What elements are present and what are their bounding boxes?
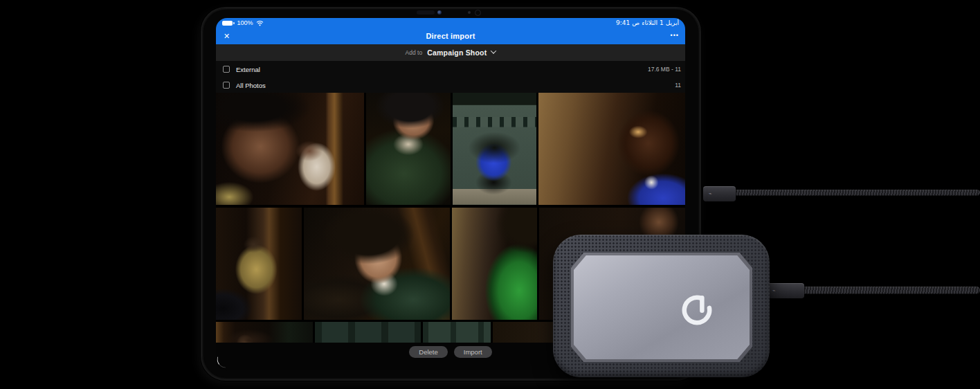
photo-thumbnail-r3c3[interactable] [423,322,491,343]
photo-thumbnail-r2c3[interactable] [452,208,537,320]
usb-c-cable-drive [796,287,980,294]
chevron-down-icon [491,48,496,53]
bezel-sensor-ring [475,10,481,16]
battery-icon [222,21,235,26]
status-datetime: 9:41صالثلاثاء1أبريل [616,18,679,28]
external-ssd-drive [553,235,770,377]
drive-face-plate [574,255,750,359]
photo-thumbnail-r3c2[interactable] [315,322,420,343]
battery-percent: 100% [237,18,253,28]
photo-thumbnail-r3c1[interactable] [216,322,313,343]
screen-corner-glint [216,356,226,368]
source-row-external[interactable]: External 17.6 MB - 11 [216,61,685,78]
checkbox-all-photos[interactable] [223,82,230,89]
source-label: All Photos [236,82,266,89]
more-menu-icon[interactable]: ••• [671,28,679,43]
scene: ⌁ ⌁ 100% [0,0,980,389]
status-bar: 100% 9:41صالثلاثاء1أبريل [216,18,685,28]
page-title: Direct import [216,28,685,44]
source-row-all-photos[interactable]: All Photos 11 [216,78,685,93]
add-to-bar[interactable]: Add to Campaign Shoot [216,44,685,61]
usb-c-connector-ipad: ⌁ [703,186,736,201]
checkbox-external[interactable] [223,66,230,73]
photo-thumbnail-r1c4[interactable] [538,93,685,205]
album-select[interactable]: Campaign Shoot [427,48,487,57]
usb-c-cable-top [730,190,980,196]
delete-button[interactable]: Delete [409,346,447,358]
front-sensor-pill [417,10,435,15]
photo-thumbnail-r2c1[interactable] [216,208,302,320]
front-camera-icon [437,10,442,15]
app-header: ✕ Direct import ••• [216,28,685,44]
g-drive-logo-icon [679,292,715,328]
source-meta: 11 [675,82,681,89]
add-to-label: Add to [406,49,423,56]
source-label: External [236,66,260,73]
thunderbolt-icon: ⌁ [709,191,711,197]
photo-thumbnail-r1c1[interactable] [216,93,364,205]
bezel-sensor-dot [468,11,471,14]
status-left: 100% [222,18,264,28]
wifi-icon [256,20,264,26]
import-button[interactable]: Import [454,346,492,358]
source-meta: 17.6 MB - 11 [648,66,681,73]
usb-c-connector-drive: ⌁ [767,283,804,298]
photo-thumbnail-r1c3[interactable] [453,93,536,205]
photo-thumbnail-r2c2[interactable] [304,208,449,320]
thunderbolt-icon: ⌁ [772,288,775,293]
photo-thumbnail-r1c2[interactable] [366,93,450,205]
grid-row-1 [216,93,685,205]
